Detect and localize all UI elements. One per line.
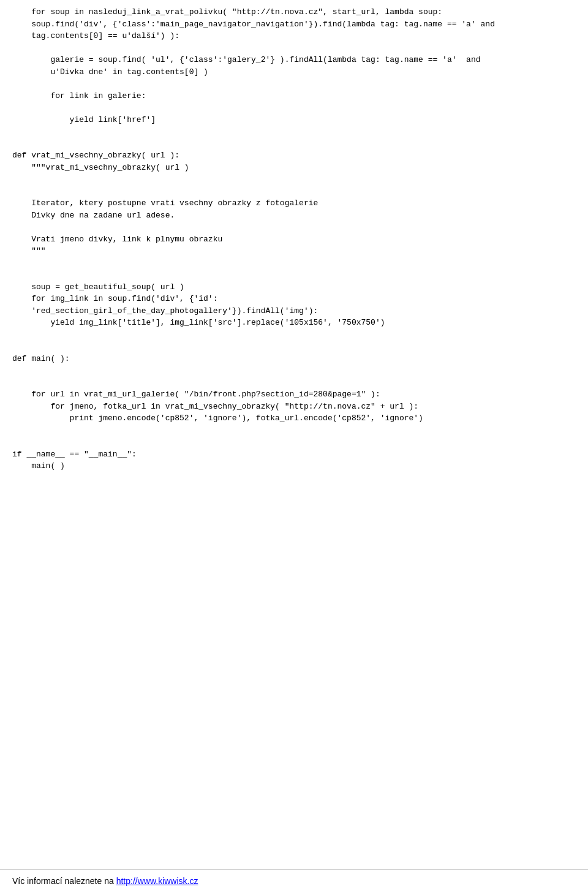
code-container: for soup in nasleduj_link_a_vrat_polivku… — [12, 6, 576, 472]
footer-text: Víc informací naleznete na — [12, 876, 116, 886]
code-block: for soup in nasleduj_link_a_vrat_polivku… — [12, 6, 576, 472]
footer: Víc informací naleznete na http://www.ki… — [0, 869, 588, 892]
footer-link[interactable]: http://www.kiwwisk.cz — [116, 876, 198, 886]
